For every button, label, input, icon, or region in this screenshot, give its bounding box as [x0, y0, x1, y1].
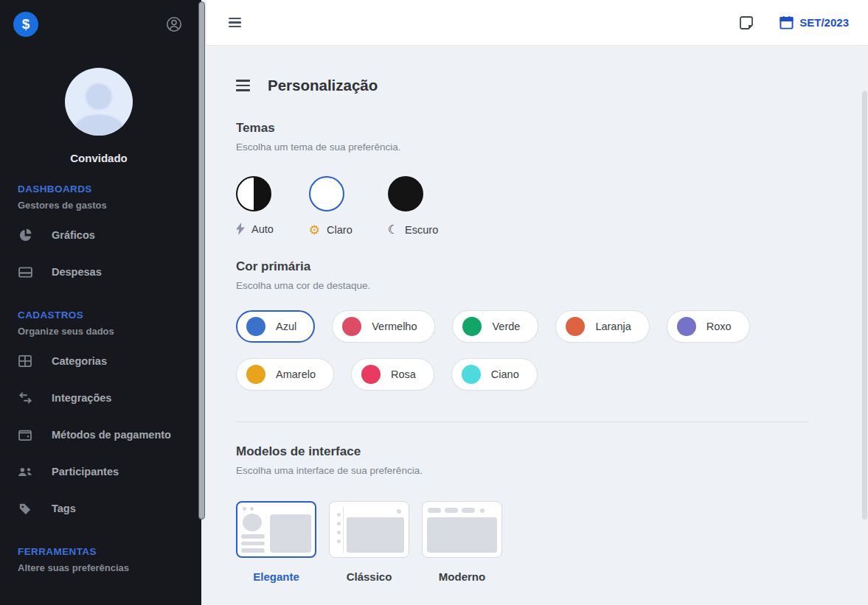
calendar-icon	[780, 15, 794, 29]
model-label: Clássico	[347, 570, 392, 583]
theme-options: Auto ⚙ Claro ☾ Escuro	[236, 176, 839, 237]
section-title: CADASTROS	[18, 310, 180, 321]
color-chip-roxo[interactable]: Roxo	[667, 310, 750, 343]
sidebar-item-label: Participantes	[52, 466, 119, 478]
sidebar-item-categorias[interactable]: Categorias	[18, 343, 180, 380]
account-icon[interactable]	[165, 15, 183, 33]
theme-swatch-auto[interactable]	[236, 176, 271, 211]
sidebar-item-tags[interactable]: Tags	[18, 490, 180, 527]
themes-subtitle: Escolha um tema de sua preferência.	[236, 141, 839, 153]
bolt-icon	[236, 223, 245, 235]
theme-swatch-escuro[interactable]	[388, 176, 423, 211]
color-chip-ciano[interactable]: Ciano	[451, 358, 538, 391]
color-chip-vermelho[interactable]: Vermelho	[332, 310, 435, 343]
menu-toggle-icon[interactable]	[229, 18, 241, 28]
sidebar-item-participantes[interactable]: Participantes	[18, 453, 180, 490]
primary-color-title: Cor primária	[236, 259, 839, 274]
sidebar-item-integracoes[interactable]: Integrações	[18, 380, 180, 416]
model-preview-elegante	[236, 501, 316, 558]
color-dot	[246, 317, 265, 336]
section-subtitle: Organize seus dados	[18, 326, 180, 337]
sidebar-item-label: Categorias	[52, 355, 107, 367]
model-preview-classico	[329, 501, 409, 558]
color-dot	[342, 317, 361, 336]
color-options: Azul Vermelho Verde Laranja Roxo Amarelo	[236, 310, 819, 391]
section-subtitle: Altere suas preferências	[18, 562, 180, 573]
main-area: SET/2023 Personalização Temas Escolha um…	[206, 0, 868, 605]
sidebar-scrollbar[interactable]	[198, 0, 206, 605]
section-cadastros: CADASTROS Organize seus dados Categorias	[0, 310, 198, 527]
sidebar-item-label: Integrações	[52, 392, 111, 404]
sidebar-item-graficos[interactable]: Gráficos	[18, 217, 180, 253]
theme-label: Auto	[251, 223, 274, 235]
section-subtitle: Gestores de gastos	[18, 200, 180, 211]
theme-label: Claro	[327, 224, 353, 236]
sidebar: $ Convidado DASHBOARDS Gestores de gasto…	[0, 0, 198, 605]
color-chip-amarelo[interactable]: Amarelo	[236, 358, 334, 391]
sidebar-item-metodos[interactable]: Métodos de pagamento	[18, 416, 180, 453]
avatar	[65, 68, 133, 136]
primary-color-subtitle: Escolha uma cor de destaque.	[236, 280, 839, 291]
color-dot	[462, 317, 482, 336]
users-icon	[18, 466, 32, 478]
sidebar-item-despesas[interactable]: Despesas	[18, 253, 180, 290]
model-option-classico[interactable]: Clássico	[329, 501, 409, 583]
color-chip-laranja[interactable]: Laranja	[555, 310, 649, 343]
gear-icon: ⚙	[309, 223, 320, 237]
color-dot	[361, 365, 381, 384]
sidebar-nav: DASHBOARDS Gestores de gastos Gráficos	[0, 183, 198, 573]
period-selector[interactable]: SET/2023	[780, 15, 849, 29]
theme-option-escuro[interactable]: ☾ Escuro	[388, 176, 438, 237]
interface-models-title: Modelos de interface	[236, 444, 839, 459]
color-dot	[462, 365, 481, 384]
panel-menu-icon[interactable]	[236, 80, 250, 91]
section-divider	[236, 422, 809, 422]
section-dashboards: DASHBOARDS Gestores de gastos Gráficos	[0, 183, 198, 290]
section-ferramentas: FERRAMENTAS Altere suas preferências	[0, 546, 198, 573]
color-chip-azul[interactable]: Azul	[236, 310, 315, 343]
sidebar-item-label: Tags	[52, 503, 76, 514]
model-option-elegante[interactable]: Elegante	[236, 501, 316, 583]
app-logo-icon[interactable]: $	[13, 12, 38, 37]
sidebar-item-label: Métodos de pagamento	[52, 429, 171, 441]
sidebar-item-label: Despesas	[52, 266, 102, 278]
color-dot	[677, 317, 696, 336]
themes-title: Temas	[236, 121, 839, 136]
theme-option-auto[interactable]: Auto	[236, 176, 274, 237]
user-name: Convidado	[0, 152, 198, 164]
sidebar-item-label: Gráficos	[52, 229, 95, 241]
main-scrollbar[interactable]	[861, 46, 868, 605]
interface-models-subtitle: Escolha uma interface de sua preferência…	[236, 465, 839, 476]
main-scrollbar-thumb[interactable]	[862, 91, 867, 520]
model-option-moderno[interactable]: Moderno	[422, 501, 502, 583]
period-label: SET/2023	[799, 16, 849, 29]
model-label: Elegante	[253, 570, 299, 583]
model-preview-moderno	[422, 501, 502, 558]
sidebar-header: $	[0, 0, 198, 37]
topbar: SET/2023	[206, 0, 868, 46]
table-icon	[18, 355, 32, 367]
page-title: Personalização	[268, 77, 378, 94]
note-icon[interactable]	[738, 15, 754, 31]
moon-icon: ☾	[388, 223, 398, 237]
section-title: FERRAMENTAS	[18, 546, 180, 557]
wallet-icon	[18, 429, 32, 441]
theme-option-claro[interactable]: ⚙ Claro	[309, 176, 353, 237]
color-chip-rosa[interactable]: Rosa	[351, 358, 434, 391]
section-title: DASHBOARDS	[18, 183, 180, 195]
theme-label: Escuro	[405, 224, 438, 236]
sync-icon	[18, 392, 32, 404]
color-dot	[566, 317, 585, 336]
tag-icon	[18, 503, 32, 515]
interface-model-options: Elegante Clássico	[236, 501, 839, 583]
sidebar-scrollbar-thumb[interactable]	[198, 1, 205, 520]
theme-swatch-claro[interactable]	[309, 176, 344, 211]
model-label: Moderno	[439, 570, 485, 583]
color-dot	[246, 365, 265, 384]
chart-pie-icon	[18, 228, 32, 242]
color-chip-verde[interactable]: Verde	[452, 310, 538, 343]
credit-card-icon	[18, 267, 32, 278]
personalization-panel: Personalização Temas Escolha um tema de …	[206, 46, 868, 605]
